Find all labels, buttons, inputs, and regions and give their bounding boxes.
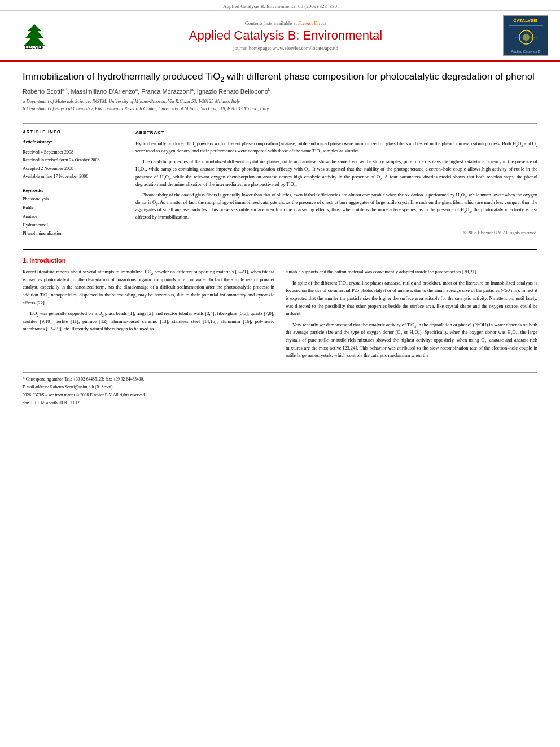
abstract-text: Hydrothermally produced TiO2 powders wit… bbox=[135, 140, 537, 221]
keyword-1: Photocatalysis bbox=[23, 195, 117, 203]
intro-col2-p2: In spite of the different TiO2 crystalli… bbox=[286, 279, 537, 318]
journal-header-center: Contents lists available at ScienceDirec… bbox=[77, 15, 495, 56]
keyword-3: Anatase bbox=[23, 212, 117, 221]
svg-text:ELSEVIER: ELSEVIER bbox=[25, 45, 44, 49]
keywords-label: Keywords: bbox=[23, 187, 117, 193]
footnote-area: * Corresponding author. Tel.: +39 02 644… bbox=[23, 372, 537, 407]
sciencedirect-line: Contents lists available at ScienceDirec… bbox=[245, 20, 327, 26]
catalysis-journal-logo: CATALYSIS Applied Catalysis B bbox=[503, 15, 548, 56]
history-label: Article history: bbox=[23, 138, 117, 146]
elsevier-logo-container: ELSEVIER bbox=[9, 15, 71, 56]
intro-col2-p1: suitable supports and the cotton materia… bbox=[286, 268, 537, 276]
history-accepted: Accepted 2 November 2008 bbox=[23, 166, 73, 171]
intro-col2-p3: Very recently we demonstrated that the c… bbox=[286, 321, 537, 360]
article-body: ARTICLE INFO Article history: Received 4… bbox=[23, 123, 537, 238]
article-main-title: Immobilization of hydrothermally produce… bbox=[23, 71, 537, 84]
affiliation-a: a Department of Materials Science, INSTM… bbox=[23, 98, 240, 104]
article-authors: Roberto Scottia,*, Massimiliano D'Arienz… bbox=[23, 88, 537, 95]
journal-header: ELSEVIER Contents lists available at Sci… bbox=[0, 11, 560, 62]
article-info-title: ARTICLE INFO bbox=[23, 129, 117, 134]
catalysis-logo-image bbox=[509, 25, 542, 48]
section-title: Introduction bbox=[29, 257, 65, 264]
intro-col1-p1: Recent literature reports about several … bbox=[23, 268, 274, 307]
abstract-paragraph-3: Photoactivity of the coated glass fibers… bbox=[135, 191, 537, 221]
footnote-corresponding: * Corresponding author. Tel.: +39 02 644… bbox=[23, 376, 537, 383]
journal-citation: Applied Catalysis B: Environmental 88 (2… bbox=[223, 3, 337, 9]
article-history: Article history: Received 4 September 20… bbox=[23, 138, 117, 181]
article-content: Immobilization of hydrothermally produce… bbox=[0, 62, 560, 417]
journal-title: Applied Catalysis B: Environmental bbox=[189, 28, 382, 43]
journal-top-bar: Applied Catalysis B: Environmental 88 (2… bbox=[0, 0, 560, 11]
catalysis-logo-title: CATALYSIS bbox=[513, 18, 537, 24]
intro-col1-p2: TiO2 was generally supported on SiO2 gla… bbox=[23, 310, 274, 333]
footnote-email: E-mail address: Roberto.Scotti@unimib.it… bbox=[23, 384, 537, 391]
section-heading-intro: 1. Introduction bbox=[23, 257, 537, 264]
article-title-section: Immobilization of hydrothermally produce… bbox=[23, 71, 537, 116]
abstract-column: ABSTRACT Hydrothermally produced TiO2 po… bbox=[135, 129, 537, 238]
abstract-title: ABSTRACT bbox=[135, 129, 537, 136]
article-affiliations: a Department of Materials Science, INSTM… bbox=[23, 98, 537, 112]
keyword-2: Rutile bbox=[23, 203, 117, 212]
elsevier-logo-icon: ELSEVIER bbox=[9, 20, 60, 51]
abstract-paragraph-1: Hydrothermally produced TiO2 powders wit… bbox=[135, 140, 537, 155]
section-number: 1. bbox=[23, 257, 28, 264]
page-wrapper: Applied Catalysis B: Environmental 88 (2… bbox=[0, 0, 560, 747]
footnote-doi: doi:10.1016/j.apcatb.2008.11.012 bbox=[23, 400, 537, 407]
journal-homepage: journal homepage: www.elsevier.com/locat… bbox=[233, 45, 338, 51]
keyword-5: Phenol mineralization bbox=[23, 229, 117, 238]
keywords-section: Keywords: Photocatalysis Rutile Anatase … bbox=[23, 187, 117, 238]
keyword-4: Hydrothermal bbox=[23, 221, 117, 229]
footnote-issn: 0926-3373/$ – see front matter © 2008 El… bbox=[23, 392, 537, 399]
catalysis-logo-subtitle: Applied Catalysis B bbox=[511, 50, 540, 53]
introduction-section: 1. Introduction Recent literature report… bbox=[23, 249, 537, 363]
intro-col-right: suitable supports and the cotton materia… bbox=[286, 268, 537, 363]
affiliation-b: b Department of Physical Chemistry, Envi… bbox=[23, 106, 269, 111]
sciencedirect-link[interactable]: ScienceDirect bbox=[298, 20, 326, 26]
history-available: Available online 17 November 2008 bbox=[23, 174, 88, 179]
history-revised: Received in revised form 24 October 2008 bbox=[23, 158, 99, 163]
article-info-column: ARTICLE INFO Article history: Received 4… bbox=[23, 129, 124, 238]
copyright-line: © 2008 Elsevier B.V. All rights reserved… bbox=[135, 226, 537, 237]
intro-two-col: Recent literature reports about several … bbox=[23, 268, 537, 363]
history-received: Received 4 September 2008 bbox=[23, 150, 73, 155]
abstract-paragraph-2: The catalytic properties of the immobili… bbox=[135, 158, 537, 188]
catalysis-logo-container: CATALYSIS Applied Catalysis B bbox=[500, 15, 551, 56]
intro-col-left: Recent literature reports about several … bbox=[23, 268, 274, 363]
